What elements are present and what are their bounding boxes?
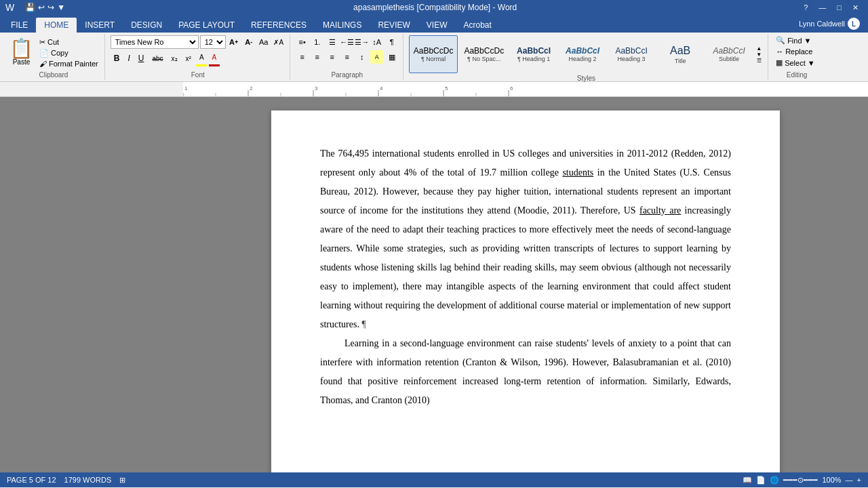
- clipboard-label: Clipboard: [7, 70, 100, 79]
- change-case-btn[interactable]: Aa: [257, 35, 271, 49]
- tab-insert[interactable]: INSERT: [77, 18, 123, 33]
- cut-icon: ✂: [39, 38, 45, 47]
- bold-btn[interactable]: B: [111, 52, 123, 65]
- style-normal-preview: AaBbCcDc: [414, 46, 454, 56]
- sort-btn[interactable]: ↕A: [370, 35, 384, 49]
- decrease-indent-btn[interactable]: ←☰: [340, 35, 354, 49]
- select-button[interactable]: ▦ Select ▼: [774, 58, 817, 68]
- paragraph-top-row: ≡• 1. ☰ ←☰ ☰→ ↕A ¶: [296, 35, 399, 49]
- select-label: Select ▼: [785, 59, 815, 67]
- tab-acrobat[interactable]: Acrobat: [455, 18, 499, 33]
- tab-mailings[interactable]: MAILINGS: [315, 18, 370, 33]
- style-subtitle[interactable]: AaBbCcI Subtitle: [705, 35, 753, 73]
- style-no-spacing[interactable]: AaBbCcDc ¶ No Spac...: [459, 35, 509, 73]
- style-heading2-preview: AaBbCcI: [566, 46, 599, 56]
- title-bar-controls: ? — □ ✕: [800, 3, 863, 12]
- zoom-slider[interactable]: ━━━⊙━━━: [783, 476, 818, 485]
- minimize-btn[interactable]: ?: [800, 3, 812, 12]
- ribbon-content: 📋 Paste ✂ Cut 📄 Copy 🖌 Format Painter: [0, 33, 868, 81]
- view-web-btn[interactable]: 🌐: [770, 476, 779, 485]
- format-painter-button[interactable]: 🖌 Format Painter: [37, 59, 100, 68]
- qa-dropdown-btn[interactable]: ▼: [57, 3, 65, 12]
- font-group: Times New Ro 12 A+ A- Aa ✗A B I U abc x₂: [106, 34, 290, 80]
- cut-label: Cut: [47, 38, 59, 46]
- quick-access-toolbar: 💾 ↩ ↪ ▼: [20, 3, 71, 12]
- restore-btn[interactable]: □: [833, 3, 846, 12]
- show-formatting-btn[interactable]: ¶: [385, 35, 399, 49]
- paragraph-group: ≡• 1. ☰ ←☰ ☰→ ↕A ¶ ≡ ≡ ≡ ≡ ↕ A ▦: [292, 34, 403, 80]
- tab-references[interactable]: REFERENCES: [243, 18, 315, 33]
- help-btn[interactable]: —: [814, 3, 830, 12]
- font-family-select[interactable]: Times New Ro: [111, 35, 199, 49]
- align-right-btn[interactable]: ≡: [326, 50, 339, 64]
- style-heading3-name: Heading 3: [618, 56, 646, 62]
- paragraph-2[interactable]: Learning in a second-language environmen…: [320, 334, 731, 410]
- paragraph-1[interactable]: The 764,495 international students enrol…: [320, 144, 731, 334]
- font-size-select[interactable]: 12: [200, 35, 226, 49]
- format-painter-label: Format Painter: [49, 60, 98, 68]
- save-qa-btn[interactable]: 💾: [25, 3, 35, 12]
- text-highlight-btn[interactable]: A: [196, 50, 208, 66]
- undo-qa-btn[interactable]: ↩: [38, 3, 45, 12]
- svg-text:1: 1: [184, 85, 188, 92]
- italic-btn[interactable]: I: [124, 52, 133, 65]
- strikethrough-btn[interactable]: abc: [149, 52, 166, 65]
- paste-label: Paste: [13, 58, 31, 66]
- style-normal-name: ¶ Normal: [421, 56, 446, 62]
- paste-button[interactable]: 📋 Paste: [7, 38, 36, 67]
- styles-scroll-btn[interactable]: ▲ ▼ ☰: [754, 44, 764, 65]
- zoom-out-btn[interactable]: —: [846, 476, 853, 484]
- view-print-btn[interactable]: 📄: [756, 476, 766, 485]
- close-btn[interactable]: ✕: [848, 3, 863, 12]
- superscript-btn[interactable]: x²: [182, 52, 195, 65]
- styles-label: Styles: [409, 73, 764, 82]
- tab-home[interactable]: HOME: [36, 18, 77, 33]
- style-title[interactable]: AaB Title: [656, 35, 704, 73]
- view-read-btn[interactable]: 📖: [743, 476, 752, 485]
- user-avatar: L: [848, 18, 860, 30]
- svg-text:3: 3: [315, 85, 318, 92]
- style-title-name: Title: [675, 58, 686, 64]
- page-container[interactable]: The 764,495 international students enrol…: [183, 97, 868, 472]
- increase-font-btn[interactable]: A+: [227, 35, 241, 49]
- zoom-in-btn[interactable]: +: [857, 476, 861, 484]
- shading-btn[interactable]: A: [370, 50, 384, 64]
- ruler-inner: 1 2 3 4 5 6: [183, 82, 868, 96]
- style-heading2[interactable]: AaBbCcI Heading 2: [559, 35, 606, 73]
- align-left-btn[interactable]: ≡: [296, 50, 309, 64]
- styles-group: AaBbCcDc ¶ Normal AaBbCcDc ¶ No Spac... …: [405, 34, 768, 80]
- tab-page-layout[interactable]: PAGE LAYOUT: [170, 18, 243, 33]
- style-heading3[interactable]: AaBbCcI Heading 3: [608, 35, 655, 73]
- font-color-btn[interactable]: A: [209, 50, 220, 66]
- cut-button[interactable]: ✂ Cut: [37, 37, 100, 47]
- numbering-btn[interactable]: 1.: [311, 35, 324, 49]
- align-center-btn[interactable]: ≡: [311, 50, 324, 64]
- style-heading1[interactable]: AaBbCcI ¶ Heading 1: [510, 35, 557, 73]
- tab-view[interactable]: VIEW: [418, 18, 456, 33]
- increase-indent-btn[interactable]: ☰→: [355, 35, 369, 49]
- decrease-font-btn[interactable]: A-: [242, 35, 256, 49]
- find-button[interactable]: 🔍 Find ▼: [774, 35, 813, 45]
- copy-button[interactable]: 📄 Copy: [37, 48, 100, 58]
- tab-file[interactable]: FILE: [3, 18, 36, 33]
- document-page[interactable]: The 764,495 international students enrol…: [271, 110, 780, 472]
- format-painter-icon: 🖌: [39, 60, 47, 68]
- svg-text:6: 6: [510, 85, 513, 92]
- bullets-btn[interactable]: ≡•: [296, 35, 309, 49]
- tab-design[interactable]: DESIGN: [123, 18, 170, 33]
- underline-btn[interactable]: U: [135, 52, 148, 65]
- style-no-spacing-preview: AaBbCcDc: [464, 46, 504, 56]
- tab-review[interactable]: REVIEW: [370, 18, 418, 33]
- redo-qa-btn[interactable]: ↪: [47, 3, 54, 12]
- line-spacing-btn[interactable]: ↕: [355, 50, 369, 64]
- subscript-btn[interactable]: x₂: [168, 52, 181, 65]
- borders-btn[interactable]: ▦: [385, 50, 399, 64]
- clear-formatting-btn[interactable]: ✗A: [272, 35, 285, 49]
- justify-btn[interactable]: ≡: [340, 50, 354, 64]
- style-normal[interactable]: AaBbCcDc ¶ Normal: [409, 35, 458, 73]
- find-icon: 🔍: [776, 36, 785, 45]
- replace-button[interactable]: ↔ Replace: [774, 47, 814, 56]
- ribbon-tabs: FILE HOME INSERT DESIGN PAGE LAYOUT REFE…: [0, 15, 868, 33]
- style-title-preview: AaB: [670, 44, 690, 57]
- multilevel-list-btn[interactable]: ☰: [326, 35, 339, 49]
